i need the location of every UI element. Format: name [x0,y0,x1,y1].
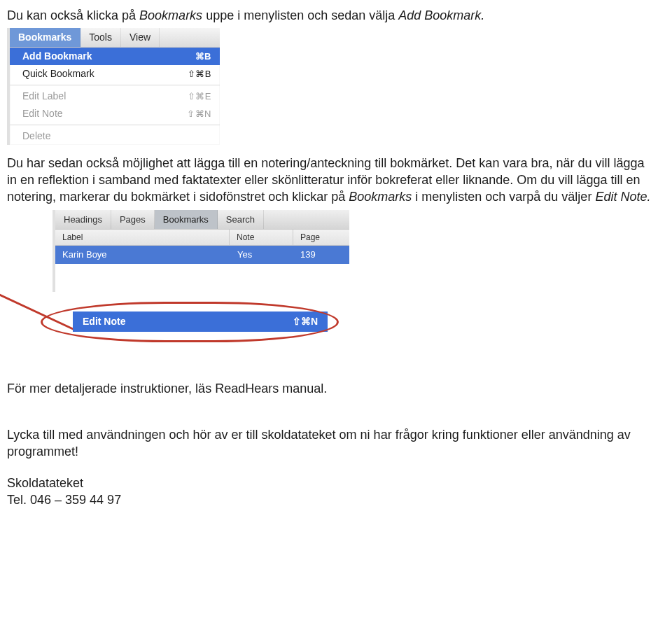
bookmark-row-note: Yes [230,246,293,264]
col-header-note[interactable]: Note [230,230,293,245]
menu-item-label: Edit Label [22,90,66,103]
menu-separator [10,125,220,125]
bookmarks-panel-screenshot: Headings Pages Bookmarks Search Label No… [52,210,349,292]
signature-block: Skoldatateket Tel. 046 – 359 44 97 [7,475,651,509]
tel-number: 046 – 359 44 97 [30,493,121,507]
menu-dropdown: Add Bookmark ⌘B Quick Bookmark ⇧⌘B Edit … [10,48,220,144]
menu-item-label: Edit Note [22,107,63,120]
menu-item-label: Add Bookmark [22,50,92,63]
menu-item-add-bookmark[interactable]: Add Bookmark ⌘B [10,48,220,65]
manual-note: För mer detaljerade instruktioner, läs R… [7,380,651,397]
bookmark-row-label: Karin Boye [55,246,230,264]
menu-item-edit-note: Edit Note ⇧⌘N [10,105,220,122]
edit-note-label: Edit Note [83,315,125,328]
tab-headings[interactable]: Headings [55,210,111,230]
menu-item-edit-note-highlight[interactable]: Edit Note ⇧⌘N [73,312,328,332]
tab-search[interactable]: Search [218,210,264,230]
closing-paragraph: Lycka till med användningen och hör av e… [7,426,651,461]
menubar: Bookmarks Tools View [10,28,220,48]
mid-bookmarks-word: Bookmarks [349,190,412,204]
menu-item-shortcut: ⇧⌘B [188,68,211,80]
intro-text-1: Du kan också klicka på [7,8,139,22]
mid-editnote-word: Edit Note. [595,190,650,204]
menu-item-label: Delete [22,130,50,143]
menu-item-delete: Delete [10,127,220,145]
menu-item-shortcut: ⇧⌘N [187,108,211,120]
bookmarks-column-headers: Label Note Page [55,230,349,246]
bookmark-row[interactable]: Karin Boye Yes 139 [55,246,349,264]
tab-pages[interactable]: Pages [111,210,155,230]
edit-note-shortcut: ⇧⌘N [293,315,318,328]
menu-separator [10,85,220,85]
edit-note-callout: Edit Note ⇧⌘N [41,302,342,341]
signature-tel: Tel. 046 – 359 44 97 [7,491,651,508]
menu-screenshot: Bookmarks Tools View Add Bookmark ⌘B Qui… [7,28,220,144]
intro-bookmarks-word: Bookmarks [139,8,202,22]
menu-item-shortcut: ⇧⌘E [188,90,211,103]
mid-paragraph: Du har sedan också möjlighet att lägga t… [7,155,651,206]
bookmarks-tabs: Headings Pages Bookmarks Search [55,210,349,230]
intro-paragraph: Du kan också klicka på Bookmarks uppe i … [7,7,651,24]
menu-item-edit-label: Edit Label ⇧⌘E [10,88,220,105]
signature-org: Skoldatateket [7,475,651,491]
menu-item-label: Quick Bookmark [22,67,94,80]
tel-label: Tel. [7,493,30,507]
menubar-item-view[interactable]: View [121,28,160,47]
menubar-item-tools[interactable]: Tools [80,28,121,47]
tab-bookmarks[interactable]: Bookmarks [155,210,218,230]
col-header-label[interactable]: Label [55,230,230,245]
menu-item-shortcut: ⌘B [195,50,211,63]
mid-text-2: i menylisten och varpå du väljer [412,190,595,204]
intro-text-3: uppe i menylisten och sedan välja [202,8,398,22]
intro-addbookmark-word: Add Bookmark. [398,8,484,22]
col-header-page[interactable]: Page [293,230,349,245]
bookmark-row-page: 139 [293,246,349,264]
menu-item-quick-bookmark[interactable]: Quick Bookmark ⇧⌘B [10,65,220,83]
menubar-item-bookmarks[interactable]: Bookmarks [10,28,80,47]
bookmark-panel-blank [55,264,349,292]
